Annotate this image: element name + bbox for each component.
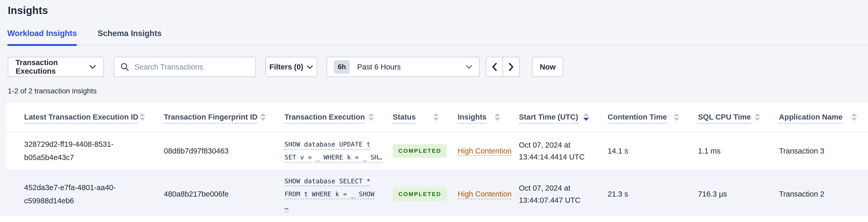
chevron-left-icon [491, 62, 498, 71]
page-title: Insights [8, 5, 868, 17]
tab-schema-insights[interactable]: Schema Insights [98, 29, 161, 45]
search-icon [120, 63, 129, 71]
start-time: Oct 07, 2024 at 13:44:14.4414 UTC [519, 139, 608, 163]
column-header-contention-time[interactable]: Contention Time [608, 113, 698, 121]
start-time: Oct 07, 2024 at 13:44:07.447 UTC [519, 182, 608, 206]
sql-cpu-time: 716.3 µs [698, 190, 779, 198]
column-header-insights[interactable]: Insights [458, 113, 519, 121]
application-name: Transaction 3 [779, 147, 868, 155]
chevron-right-icon [508, 62, 515, 71]
status-badge: COMPLETED [393, 188, 447, 201]
tab-workload-insights[interactable]: Workload Insights [7, 29, 77, 45]
sort-icon[interactable] [851, 113, 858, 121]
now-button[interactable]: Now [532, 57, 563, 77]
table-header-row: Latest Transaction Execution ID Transact… [6, 102, 868, 132]
column-header-latest-transaction-execution-id[interactable]: Latest Transaction Execution ID [24, 113, 164, 121]
chevron-down-icon [89, 65, 96, 69]
contention-time: 21.3 s [608, 190, 698, 198]
insight-type-dropdown[interactable]: Transaction Executions [8, 57, 104, 77]
sort-icon[interactable] [139, 113, 146, 121]
sql-cpu-time: 1.1 ms [698, 147, 779, 155]
sort-icon[interactable] [494, 113, 501, 121]
transaction-fingerprint-id: 08d8b7d97f830463 [164, 147, 284, 155]
filters-label: Filters (0) [270, 63, 304, 71]
table-row: 328729d2-ff19-4408-8531-b05a5b4e43c7 08d… [6, 132, 868, 170]
time-range-picker[interactable]: 6h Past 6 Hours [327, 57, 480, 77]
next-time-range-button[interactable] [502, 57, 520, 77]
sort-icon[interactable] [673, 113, 680, 121]
sort-icon[interactable] [433, 113, 439, 121]
status-badge: COMPLETED [393, 144, 447, 158]
latest-transaction-execution-id: 328729d2-ff19-4408-8531-b05a5b4e43c7 [24, 132, 137, 169]
transaction-fingerprint-id: 480a8b217be006fe [164, 190, 284, 198]
application-name: Transaction 2 [779, 190, 868, 198]
table-row: 452da3e7-e7fa-4801-aa40-c59988d14eb6 480… [6, 170, 868, 216]
previous-time-range-button[interactable] [486, 57, 503, 77]
latest-transaction-execution-id: 452da3e7-e7fa-4801-aa40-c59988d14eb6 [24, 176, 137, 213]
insights-page: Insights Workload Insights Schema Insigh… [0, 0, 868, 216]
column-header-transaction-execution[interactable]: Transaction Execution [284, 113, 393, 121]
chevron-down-icon [466, 65, 472, 69]
contention-time: 14.1 s [608, 147, 698, 155]
column-header-transaction-fingerprint-id[interactable]: Transaction Fingerprint ID [164, 113, 284, 121]
column-header-status[interactable]: Status [393, 113, 458, 121]
tab-bar: Workload Insights Schema Insights [0, 29, 868, 45]
results-summary: 1-2 of 2 transaction insights [8, 87, 868, 95]
insights-link[interactable]: High Contention [458, 190, 512, 198]
chevron-down-icon [307, 65, 313, 69]
time-range-pager [486, 57, 520, 77]
time-range-badge: 6h [334, 60, 350, 74]
filters-dropdown[interactable]: Filters (0) [265, 57, 317, 77]
sort-icon[interactable] [754, 113, 761, 121]
search-input[interactable] [134, 63, 244, 71]
sort-icon-active-desc[interactable] [583, 113, 589, 121]
toolbar: Transaction Executions Filters (0) 6h Pa… [8, 57, 860, 77]
sort-icon[interactable] [259, 113, 266, 121]
time-range-label: Past 6 Hours [357, 63, 401, 71]
insights-table: Latest Transaction Execution ID Transact… [6, 102, 868, 216]
sort-icon[interactable] [368, 113, 375, 121]
transaction-execution-link[interactable]: SHOW database UPDATE t SET v = _ WHERE k… [284, 134, 382, 167]
search-box[interactable] [114, 57, 256, 77]
page-bottom-area [0, 216, 868, 222]
column-header-sql-cpu-time[interactable]: SQL CPU Time [698, 113, 779, 121]
transaction-execution-link[interactable]: SHOW database SELECT * FROM t WHERE k = … [284, 171, 374, 216]
insights-link[interactable]: High Contention [458, 147, 512, 155]
column-header-start-time-sorted-desc[interactable]: Start Time (UTC) [519, 113, 608, 121]
column-header-application-name[interactable]: Application Name [779, 113, 868, 121]
insight-type-dropdown-value: Transaction Executions [16, 58, 89, 75]
